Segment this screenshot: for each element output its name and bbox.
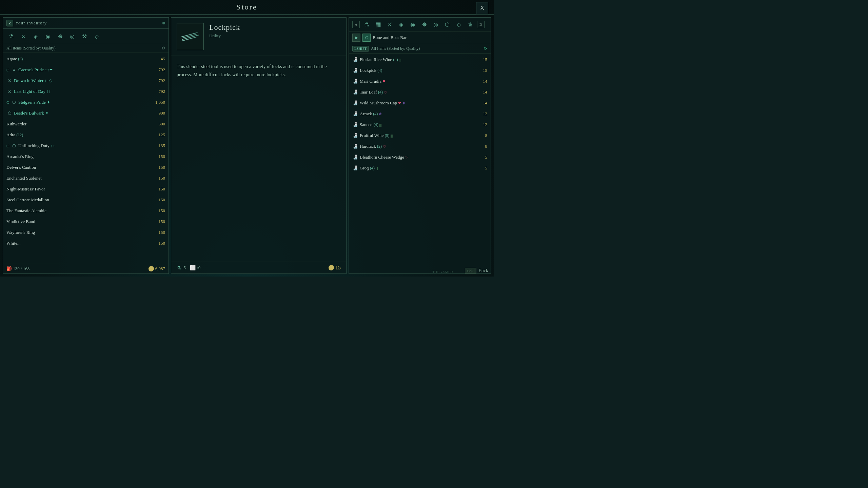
item-name: Kithwarder [6, 121, 150, 127]
inventory-item[interactable]: ⚔Last Light of Day ↑↑792 [3, 86, 169, 97]
item-mods: ↑↑ [51, 143, 55, 148]
item-name: Night-Mistress' Favor [6, 186, 150, 192]
shop-sort-icon[interactable]: ⟳ [484, 46, 487, 51]
icon-misc2[interactable]: ◎ [67, 32, 77, 41]
lshift-badge[interactable]: LSHIFT [352, 46, 369, 52]
shop-sort-label: All Items (Sorted by: Quality) [371, 46, 420, 51]
item-price: 300 [152, 121, 165, 127]
shop-icon-gem[interactable]: ◇ [454, 20, 463, 29]
lockpick-icon: ⚗ [177, 265, 181, 271]
equipped-dot: ⬡ [6, 101, 9, 104]
box-count-value: :0 [197, 265, 200, 270]
shop-icon-consumable[interactable]: ◉ [408, 20, 417, 29]
esc-badge: ESC [465, 268, 476, 274]
inventory-item[interactable]: Agate (6)45 [3, 54, 169, 64]
icon-gem[interactable]: ◇ [92, 32, 101, 41]
inventory-item[interactable]: Vindictive Band150 [3, 216, 169, 227]
inventory-sort-icon[interactable]: ⚙ [161, 46, 165, 51]
inventory-item[interactable]: White...150 [3, 238, 169, 249]
inventory-item[interactable]: ⬡⚔Caeroc's Pride ↑↑✦792 [3, 64, 169, 75]
item-price: 150 [152, 186, 165, 192]
shop-item-name: Wild Mushroom Cap❤❋ [360, 100, 472, 106]
shop-item-name: Grog (4)||| [360, 165, 472, 171]
shop-icon-weapon[interactable]: ⚔ [385, 20, 394, 29]
inventory-item[interactable]: Adra (12)125 [3, 129, 169, 140]
inventory-item[interactable]: The Fantastic Alembic150 [3, 205, 169, 216]
inventory-item[interactable]: Night-Mistress' Favor150 [3, 184, 169, 195]
shop-item-name: Fiorian Rice Wine (4)||| [360, 57, 472, 62]
shop-item-icon: 🍶 [352, 111, 358, 117]
shop-item[interactable]: 🍶 Bleathorn Cheese Wedge♡ 5 [349, 152, 491, 163]
item-detail-type: Utility [209, 33, 341, 39]
shop-item[interactable]: 🍶 Wild Mushroom Cap❤❋ 14 [349, 98, 491, 108]
item-price: 150 [152, 230, 165, 235]
item-name: Unflinching Duty ↑↑ [18, 143, 150, 148]
icon-armor[interactable]: ◈ [31, 32, 40, 41]
shop-item-list[interactable]: 🍶 Fiorian Rice Wine (4)||| 15 🍶 Lockpick… [349, 54, 491, 273]
item-name: Beetle's Bulwark ✦ [14, 110, 150, 116]
icon-misc1[interactable]: ❋ [55, 32, 65, 41]
shop-location-name: Bone and Boar Bar [373, 35, 487, 40]
shop-item-name: Saucco (4)||| [360, 122, 472, 127]
shop-icon-d[interactable]: D [477, 21, 485, 28]
inventory-item[interactable]: Arcanist's Ring150 [3, 151, 169, 162]
shop-icon-misc1[interactable]: ❋ [419, 20, 429, 29]
store-body: Z Your Inventory ⚗ ⚔ ◈ ◉ ❋ ◎ ⚒ ◇ All Ite… [0, 15, 494, 277]
inventory-item[interactable]: Kithwarder300 [3, 119, 169, 129]
inventory-item[interactable]: ⬡⬡Unflinching Duty ↑↑135 [3, 140, 169, 151]
shop-item[interactable]: 🍶 Arrack (4)❋ 12 [349, 108, 491, 119]
shop-icon-crown[interactable]: ♛ [466, 20, 475, 29]
item-price: 150 [152, 197, 165, 203]
icon-craft[interactable]: ⚒ [80, 32, 89, 41]
item-name: Enchanted Suolenet [6, 176, 150, 181]
item-price: 900 [152, 110, 165, 116]
shop-icon-armor[interactable]: ◈ [396, 20, 406, 29]
shop-item[interactable]: 🍶 Hardtack (2)♡ 8 [349, 141, 491, 152]
shop-icon-misc2[interactable]: ⬡ [442, 20, 452, 29]
inventory-item[interactable]: Wayfarer's Ring150 [3, 227, 169, 238]
shop-item-icon: 🍶 [352, 57, 358, 62]
shop-location-bar: ▶ C Bone and Boar Bar [349, 32, 491, 44]
shop-item-icon: 🍶 [352, 79, 358, 84]
lockpick-count: ⚗ :5 [177, 265, 186, 271]
icon-consumable[interactable]: ◉ [43, 32, 53, 41]
inventory-icon-row: ⚗ ⚔ ◈ ◉ ❋ ◎ ⚒ ◇ [3, 29, 169, 44]
icon-all[interactable]: ⚗ [6, 32, 16, 41]
inventory-item[interactable]: ⚔Drawn in Winter ↑↑◇792 [3, 75, 169, 86]
shop-icon-flask[interactable]: ◎ [431, 20, 440, 29]
item-mods: ✦ [47, 100, 51, 105]
shop-item[interactable]: 🍶 Fruitful Wine (5)||| 8 [349, 130, 491, 141]
item-name: Arcanist's Ring [6, 154, 150, 159]
lockpick-visual [181, 32, 199, 41]
item-detail: Lockpick Utility This slender steel tool… [171, 18, 346, 273]
item-type-icon: ⬡ [11, 100, 17, 105]
shop-item[interactable]: 🍶 Lockpick (4) 15 [349, 65, 491, 76]
inventory-panel: Z Your Inventory ⚗ ⚔ ◈ ◉ ❋ ◎ ⚒ ◇ All Ite… [3, 17, 169, 274]
inventory-item-list[interactable]: Agate (6)45⬡⚔Caeroc's Pride ↑↑✦792⚔Drawn… [3, 53, 169, 264]
nav-prev[interactable]: ▶ [352, 34, 360, 42]
shop-icon-a[interactable]: A [352, 21, 360, 28]
icon-weapon[interactable]: ⚔ [19, 32, 28, 41]
shop-item[interactable]: 🍶 Saucco (4)||| 12 [349, 119, 491, 130]
item-type-icon: ⚔ [6, 89, 13, 94]
item-price: 792 [152, 78, 165, 83]
inventory-item[interactable]: Steel Garrote Medallion150 [3, 195, 169, 205]
back-button[interactable]: ESC Back [465, 268, 488, 274]
shop-icon-box[interactable]: ▦ [373, 20, 383, 29]
close-button[interactable]: X [476, 2, 488, 14]
shop-item[interactable]: 🍶 Fiorian Rice Wine (4)||| 15 [349, 54, 491, 65]
shop-item-name: Taar Loaf (4)♡ [360, 89, 472, 95]
item-name: Stelgaer's Pride ✦ [18, 100, 150, 105]
shop-icon-all[interactable]: ⚗ [362, 20, 371, 29]
inventory-item[interactable]: Delver's Caution150 [3, 162, 169, 173]
shop-item[interactable]: 🍶 Mari Crudia❤ 14 [349, 76, 491, 87]
item-mods: ↑↑✦ [45, 67, 53, 72]
inventory-item[interactable]: ⬡⬡Stelgaer's Pride ✦1,050 [3, 97, 169, 108]
inventory-item[interactable]: Enchanted Suolenet150 [3, 173, 169, 184]
item-detail-panel: Lockpick Utility This slender steel tool… [171, 17, 347, 274]
shop-item[interactable]: 🍶 Grog (4)||| 5 [349, 163, 491, 174]
shop-header: A ⚗ ▦ ⚔ ◈ ◉ ❋ ◎ ⬡ ◇ ♛ D [349, 18, 491, 32]
inventory-item[interactable]: ⬡Beetle's Bulwark ✦900 [3, 108, 169, 119]
shop-item[interactable]: 🍶 Taar Loaf (4)♡ 14 [349, 87, 491, 98]
shop-item-price: 14 [474, 89, 487, 95]
